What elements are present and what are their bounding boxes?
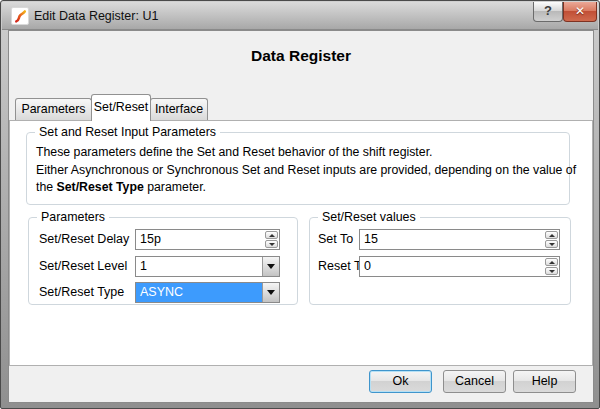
groupbox-title: Set/Reset values (318, 210, 420, 224)
description-line: Either Asynchronous or Synchronous Set a… (36, 162, 576, 180)
dropdown-button[interactable] (262, 283, 279, 302)
description-line: the Set/Reset Type parameter. (36, 179, 576, 197)
info-groupbox: Set and Reset Input Parameters These par… (26, 132, 570, 205)
description-line: These parameters define the Set and Rese… (36, 144, 576, 162)
close-icon: ✕ (575, 4, 585, 18)
description-text: These parameters define the Set and Rese… (36, 144, 576, 197)
chevron-down-icon (267, 290, 275, 295)
arrow-down-icon (549, 270, 555, 273)
arrow-down-icon (549, 243, 555, 246)
window-title: Edit Data Register: U1 (34, 2, 158, 30)
field-label: Set To (318, 229, 353, 250)
spinbox-value[interactable]: 15 (360, 230, 544, 249)
spin-up-button[interactable] (265, 231, 278, 239)
tab-interface[interactable]: Interface (150, 98, 208, 120)
tab-set-reset[interactable]: Set/Reset (91, 94, 151, 121)
arrow-up-icon (549, 234, 555, 237)
set-reset-level-combobox[interactable]: 1 (135, 256, 280, 277)
field-label: Set/Reset Level (39, 256, 127, 277)
app-icon (11, 7, 29, 25)
groupbox-title: Set and Reset Input Parameters (35, 125, 220, 139)
tab-parameters[interactable]: Parameters (15, 98, 92, 120)
page-title: Data Register (9, 47, 593, 65)
help-button[interactable]: Help (513, 370, 576, 393)
tab-label: Interface (155, 102, 203, 116)
titlebar-help-button[interactable]: ? (533, 2, 563, 22)
spinbox-value[interactable]: 0 (360, 257, 544, 276)
dialog-window: Edit Data Register: U1 ? ✕ Data Register… (0, 0, 600, 409)
combobox-value[interactable]: 1 (136, 257, 262, 276)
parameters-groupbox: Parameters Set/Reset Delay 15p Set/Reset… (28, 217, 298, 305)
spin-down-button[interactable] (265, 240, 278, 248)
field-label: Set/Reset Type (39, 282, 124, 303)
spinbox-value[interactable]: 15p (136, 230, 264, 249)
arrow-up-icon (269, 234, 275, 237)
title-bar[interactable]: Edit Data Register: U1 (2, 2, 598, 30)
reset-to-spinbox[interactable]: 0 (359, 256, 560, 277)
cancel-button[interactable]: Cancel (443, 370, 506, 393)
combobox-value-selected[interactable]: ASYNC (136, 283, 262, 302)
arrow-up-icon (549, 261, 555, 264)
close-button[interactable]: ✕ (563, 2, 597, 22)
spin-down-button[interactable] (545, 267, 558, 275)
spinner-controls (544, 257, 559, 276)
chevron-down-icon (267, 264, 275, 269)
question-mark-icon: ? (544, 3, 552, 18)
field-label: Set/Reset Delay (39, 229, 129, 250)
set-reset-type-combobox[interactable]: ASYNC (135, 282, 280, 303)
groupbox-title: Parameters (37, 210, 109, 224)
ok-button[interactable]: Ok (369, 370, 432, 393)
tab-label: Parameters (21, 102, 85, 116)
spinner-controls (264, 230, 279, 249)
spin-up-button[interactable] (545, 231, 558, 239)
spin-up-button[interactable] (545, 258, 558, 266)
tab-label: Set/Reset (94, 100, 148, 114)
spin-down-button[interactable] (545, 240, 558, 248)
arrow-down-icon (269, 243, 275, 246)
set-reset-delay-spinbox[interactable]: 15p (135, 229, 280, 250)
spinner-controls (544, 230, 559, 249)
set-reset-values-groupbox: Set/Reset values Set To 15 Reset To 0 (309, 217, 571, 305)
dropdown-button[interactable] (262, 257, 279, 276)
set-to-spinbox[interactable]: 15 (359, 229, 560, 250)
